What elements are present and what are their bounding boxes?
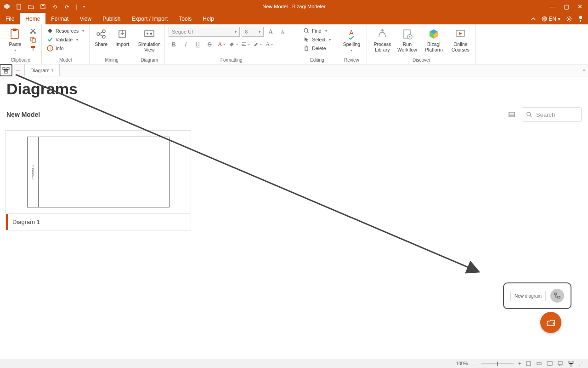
find-label: Find xyxy=(312,28,321,34)
font-name-combo[interactable]: Segoe UI▾ xyxy=(169,27,240,37)
copy-button[interactable] xyxy=(28,36,38,43)
grow-font-button[interactable]: A xyxy=(266,27,276,37)
clear-format-button[interactable]: A xyxy=(264,39,274,49)
select-button[interactable]: Select xyxy=(302,36,332,43)
italic-button[interactable]: I xyxy=(181,39,191,49)
maximize-button[interactable]: ▢ xyxy=(564,3,569,10)
zoom-in-button[interactable]: + xyxy=(518,361,521,366)
menu-tools[interactable]: Tools xyxy=(173,13,197,24)
menu-format[interactable]: Format xyxy=(45,13,74,24)
view-list-icon[interactable] xyxy=(508,111,515,118)
format-painter-button[interactable] xyxy=(28,45,38,52)
zoom-slider[interactable] xyxy=(481,363,514,364)
window-title: New Model - Bizagi Modeler xyxy=(262,4,326,9)
qat-undo-icon[interactable] xyxy=(52,4,58,10)
find-button[interactable]: Find xyxy=(302,27,332,34)
align-button[interactable] xyxy=(240,39,250,49)
resources-button[interactable]: Resources xyxy=(45,27,85,34)
model-group-label: Model xyxy=(45,58,85,63)
discover-group-label: Discover xyxy=(371,58,472,63)
qat-save-icon[interactable] xyxy=(40,4,46,10)
run-workflow-button[interactable]: Run Workflow xyxy=(396,26,418,52)
delete-button[interactable]: Delete xyxy=(302,45,332,52)
import-button[interactable]: Import xyxy=(113,26,132,47)
menu-file[interactable]: File xyxy=(0,13,20,24)
add-fab-button[interactable] xyxy=(540,312,561,333)
share-button[interactable]: Share xyxy=(91,26,111,47)
zoom-out-button[interactable]: — xyxy=(472,361,477,366)
qat-divider: | xyxy=(76,3,77,10)
simulation-view-button[interactable]: Simulation View xyxy=(138,26,161,52)
info-label: Info xyxy=(56,46,64,51)
tab-diagram-1[interactable]: Diagram 1 xyxy=(25,64,60,76)
paste-button[interactable]: Paste ▾ xyxy=(4,26,27,52)
font-size-combo[interactable]: 8▾ xyxy=(242,27,264,37)
menu-home[interactable]: Home xyxy=(20,13,45,24)
cut-button[interactable] xyxy=(28,27,38,34)
svg-rect-50 xyxy=(568,362,570,363)
info-button[interactable]: iInfo xyxy=(45,45,85,52)
search-icon xyxy=(526,111,532,118)
tabstrip-dropdown-icon[interactable]: ▾ xyxy=(580,64,588,76)
new-diagram-button[interactable] xyxy=(550,289,564,303)
svg-marker-0 xyxy=(4,4,10,9)
language-button[interactable]: EN ▾ xyxy=(542,16,560,22)
resize-grip-icon[interactable]: ⋰ xyxy=(579,361,583,366)
bizagi-platform-button[interactable]: Bizagi Platform xyxy=(420,26,447,52)
menubar: File Home Format View Publish Export / I… xyxy=(0,13,588,24)
highlight-button[interactable] xyxy=(252,39,262,49)
statusbar: 100% — + ⋰ xyxy=(0,359,588,368)
settings-icon[interactable] xyxy=(566,16,572,22)
fill-color-button[interactable] xyxy=(228,39,238,49)
svg-rect-27 xyxy=(305,47,308,51)
qat-dropdown-icon[interactable]: ▾ xyxy=(83,5,85,9)
svg-rect-37 xyxy=(7,68,9,69)
pool-shape: Process 1 xyxy=(27,137,170,207)
svg-rect-14 xyxy=(31,46,35,48)
online-courses-button[interactable]: Online Courses xyxy=(449,26,472,52)
editing-group-label: Editing xyxy=(302,58,332,63)
ribbon-group-clipboard: Paste ▾ Clipboard xyxy=(0,24,42,64)
zoom-value[interactable]: 100% xyxy=(456,361,468,366)
qat-open-icon[interactable] xyxy=(28,4,34,10)
view-presentation-icon[interactable] xyxy=(557,361,563,367)
strike-button[interactable]: S xyxy=(204,39,215,49)
minimize-button[interactable]: — xyxy=(549,3,555,10)
svg-rect-25 xyxy=(150,33,152,34)
view-diagram-list-icon[interactable] xyxy=(568,361,574,367)
shrink-font-button[interactable]: A xyxy=(277,27,288,37)
close-button[interactable]: ✕ xyxy=(577,3,582,10)
help-icon[interactable] xyxy=(578,16,583,22)
svg-rect-9 xyxy=(13,29,17,31)
diagram-card[interactable]: Process 1 Diagram 1 xyxy=(6,130,191,230)
svg-rect-38 xyxy=(5,71,7,73)
bold-button[interactable]: B xyxy=(169,39,179,49)
select-label: Select xyxy=(312,37,325,42)
ribbon-group-discover: Process Library Run Workflow Bizagi Plat… xyxy=(367,24,476,64)
diagrams-nav-button[interactable] xyxy=(0,64,12,76)
font-color-button[interactable]: A xyxy=(216,39,226,49)
platform-label: Bizagi Platform xyxy=(420,42,447,52)
process-library-button[interactable]: Process Library xyxy=(371,26,394,52)
svg-point-21 xyxy=(102,35,105,38)
underline-button[interactable]: U xyxy=(192,39,203,49)
qat-redo-icon[interactable] xyxy=(64,4,70,10)
nav-back-button[interactable]: ← xyxy=(12,64,25,76)
svg-point-20 xyxy=(102,30,105,33)
fit-width-icon[interactable] xyxy=(536,361,542,367)
svg-rect-35 xyxy=(458,36,462,37)
share-label: Share xyxy=(95,42,107,47)
fit-page-icon[interactable] xyxy=(526,361,531,367)
qat-new-icon[interactable] xyxy=(16,4,22,10)
spelling-button[interactable]: A Spelling ▾ xyxy=(340,26,363,52)
page-title: Diagrams xyxy=(3,78,585,105)
validate-button[interactable]: Validate xyxy=(45,36,85,43)
search-input[interactable]: Search xyxy=(522,107,582,122)
view-screen-icon[interactable] xyxy=(547,361,553,367)
menu-publish[interactable]: Publish xyxy=(97,13,126,24)
ribbon-collapse-icon[interactable] xyxy=(531,16,536,22)
menu-view[interactable]: View xyxy=(74,13,97,24)
svg-rect-52 xyxy=(570,365,572,366)
menu-help[interactable]: Help xyxy=(197,13,220,24)
menu-export-import[interactable]: Export / Import xyxy=(126,13,174,24)
